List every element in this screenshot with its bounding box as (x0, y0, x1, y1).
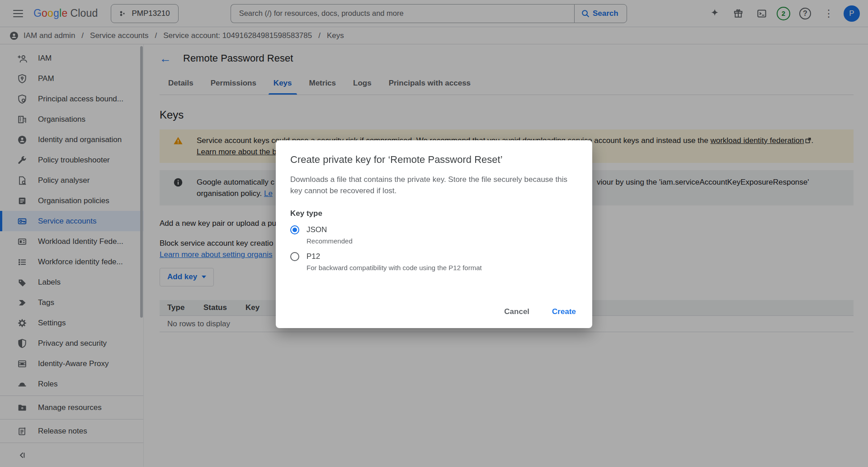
option-json-label: JSON (307, 225, 327, 234)
key-type-option-p12[interactable]: P12 (290, 252, 578, 261)
option-p12-label: P12 (307, 252, 320, 261)
key-type-label: Key type (290, 209, 578, 218)
dialog-actions: Cancel Create (501, 304, 579, 320)
create-private-key-dialog: Create private key for ‘Remote Password … (276, 140, 592, 328)
key-type-option-json[interactable]: JSON (290, 225, 578, 234)
option-p12-description: For backward compatibility with code usi… (307, 264, 578, 272)
gcp-console-page: Google Cloud PMP13210 Search (0, 0, 868, 467)
option-json-description: Recommended (307, 237, 578, 245)
radio-json-selected[interactable] (290, 225, 299, 234)
radio-p12-unselected[interactable] (290, 252, 299, 261)
cancel-button[interactable]: Cancel (501, 304, 532, 320)
dialog-body-text: Downloads a file that contains the priva… (290, 174, 575, 196)
create-button[interactable]: Create (549, 304, 579, 320)
dialog-title: Create private key for ‘Remote Password … (290, 154, 578, 166)
